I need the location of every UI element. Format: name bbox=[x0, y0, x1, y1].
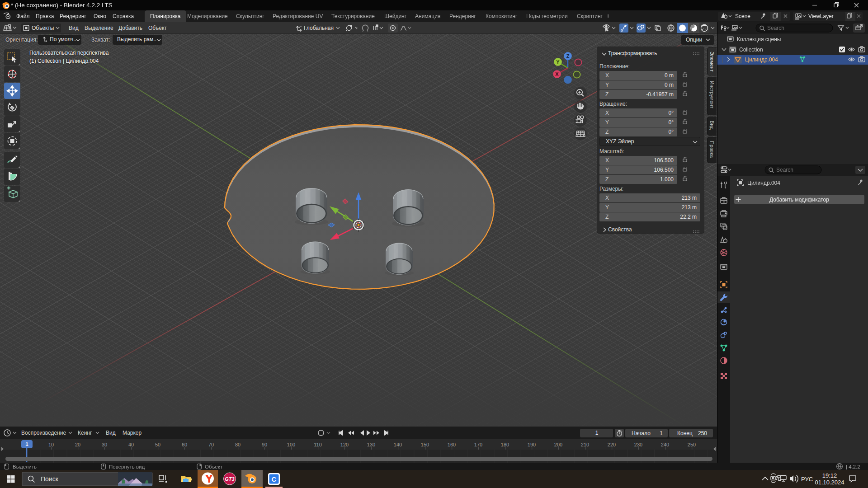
svg-text:250: 250 bbox=[698, 430, 707, 436]
svg-text:Объект: Объект bbox=[148, 25, 167, 31]
svg-text:Цилиндр.004: Цилиндр.004 bbox=[745, 56, 778, 63]
svg-text:180: 180 bbox=[501, 442, 509, 447]
svg-text:Конец: Конец bbox=[677, 430, 693, 436]
svg-text:90: 90 bbox=[262, 442, 267, 447]
svg-text:80: 80 bbox=[235, 442, 241, 447]
svg-text:| 4.2.2: | 4.2.2 bbox=[846, 464, 860, 469]
svg-text:Воспроизведение: Воспроизведение bbox=[21, 430, 66, 436]
svg-text:200: 200 bbox=[554, 442, 562, 447]
svg-text:150: 150 bbox=[421, 442, 429, 447]
svg-text:100: 100 bbox=[287, 442, 295, 447]
svg-text:140: 140 bbox=[394, 442, 402, 447]
svg-text:Collection: Collection bbox=[739, 47, 763, 53]
svg-text:Коллекция сцены: Коллекция сцены bbox=[737, 36, 781, 42]
svg-text:Выделить: Выделить bbox=[13, 464, 37, 469]
svg-text:1: 1 bbox=[25, 441, 28, 447]
svg-text:130: 130 bbox=[367, 442, 375, 447]
svg-text:30: 30 bbox=[102, 442, 107, 447]
svg-text:Поиск: Поиск bbox=[41, 475, 59, 483]
svg-text:Начало: Начало bbox=[632, 430, 651, 436]
svg-text:1: 1 bbox=[660, 430, 663, 436]
svg-text:50: 50 bbox=[155, 442, 160, 447]
svg-text:Вид: Вид bbox=[69, 25, 79, 31]
svg-text:Маркер: Маркер bbox=[123, 430, 142, 436]
svg-text:110: 110 bbox=[314, 442, 322, 447]
svg-text:X: X bbox=[555, 71, 559, 77]
svg-text:Добавить: Добавить bbox=[118, 25, 142, 31]
svg-text:Цилиндр.004: Цилиндр.004 bbox=[747, 180, 780, 186]
svg-text:01.10.2024: 01.10.2024 bbox=[815, 479, 844, 486]
svg-text:70: 70 bbox=[208, 442, 214, 447]
svg-text:Кеинг: Кеинг bbox=[78, 430, 92, 436]
svg-text:160: 160 bbox=[448, 442, 456, 447]
svg-text:19:12: 19:12 bbox=[822, 472, 837, 479]
svg-text:Y: Y bbox=[556, 59, 560, 65]
svg-text:Добавить модификатор: Добавить модификатор bbox=[769, 197, 829, 203]
svg-text:Search: Search bbox=[776, 167, 793, 173]
svg-text:60: 60 bbox=[182, 442, 187, 447]
svg-text:10: 10 bbox=[48, 442, 54, 447]
svg-text:РУС: РУС bbox=[801, 476, 813, 483]
svg-text:40: 40 bbox=[128, 442, 134, 447]
svg-text:C: C bbox=[272, 475, 277, 483]
svg-text:ViewLayer: ViewLayer bbox=[808, 13, 834, 19]
svg-text:250: 250 bbox=[688, 442, 696, 447]
svg-text:Z: Z bbox=[566, 53, 570, 59]
svg-text:Scene: Scene bbox=[735, 13, 750, 19]
svg-text:GT3: GT3 bbox=[225, 476, 234, 482]
svg-text:190: 190 bbox=[528, 442, 536, 447]
svg-text:Объекты: Объекты bbox=[32, 25, 54, 31]
svg-text:120: 120 bbox=[340, 442, 349, 447]
svg-text:1: 1 bbox=[595, 430, 599, 436]
svg-text:20: 20 bbox=[75, 442, 80, 447]
svg-text:Глобальная: Глобальная bbox=[304, 25, 334, 31]
svg-text:240: 240 bbox=[661, 442, 669, 447]
svg-text:Вид: Вид bbox=[106, 430, 116, 436]
svg-text:Выделение: Выделение bbox=[85, 25, 113, 31]
svg-text:Search: Search bbox=[767, 25, 784, 31]
svg-text:170: 170 bbox=[474, 442, 482, 447]
svg-text:Повернуть вид: Повернуть вид bbox=[109, 464, 145, 469]
svg-text:220: 220 bbox=[608, 442, 616, 447]
svg-text:Объект: Объект bbox=[205, 464, 223, 469]
svg-text:230: 230 bbox=[634, 442, 642, 447]
svg-text:210: 210 bbox=[581, 442, 589, 447]
